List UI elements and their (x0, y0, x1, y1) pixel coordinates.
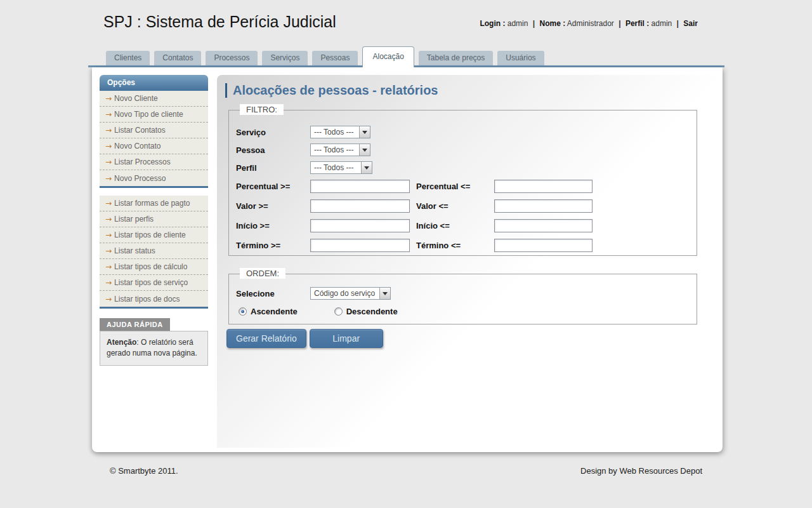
chevron-down-icon (361, 162, 372, 173)
divider: | (533, 19, 535, 28)
tab-usuarios[interactable]: Usuários (497, 51, 544, 65)
logout-link[interactable]: Sair (683, 19, 698, 28)
sidebar: Opções → Novo Cliente → Novo Tipo de cli… (100, 75, 208, 366)
attention-label: Atenção (107, 338, 136, 347)
sidebar-item-label: Listar tipos de docs (114, 291, 180, 307)
copyright-text: © Smartbyte 2011. (110, 466, 178, 476)
radio-ascendente-label[interactable]: Ascendente (251, 307, 298, 316)
arrow-icon: → (105, 211, 112, 227)
tab-alocacao[interactable]: Alocação (362, 46, 414, 67)
sidebar-item-listar-processos[interactable]: → Listar Processos (100, 154, 208, 170)
page-title: Alocações de pessoas - relatórios (225, 83, 723, 98)
filter-legend: FILTRO: (240, 104, 284, 115)
login-value: admin (508, 19, 528, 28)
inicio-ge-label: Início >= (236, 221, 310, 231)
sidebar-item-label: Listar status (114, 243, 155, 258)
order-legend: ORDEM: (240, 268, 285, 279)
inicio-ge-input[interactable] (310, 219, 410, 232)
tab-clientes[interactable]: Clientes (106, 51, 150, 65)
sidebar-item-listar-tipos-de-calculo[interactable]: → Listar tipos de cálculo (100, 259, 208, 275)
arrow-icon: → (105, 196, 112, 211)
termino-le-label: Término <= (416, 241, 494, 250)
pessoa-select[interactable]: --- Todos --- (310, 144, 370, 156)
tab-bar: Clientes Contatos Processos Serviços Pes… (88, 46, 724, 67)
sidebar-item-label: Novo Contato (114, 138, 160, 154)
perfil-label: Perfil (236, 163, 310, 173)
tab-contatos[interactable]: Contatos (154, 51, 201, 65)
ordem-select[interactable]: Código do serviço (310, 287, 391, 300)
order-row-selecione: Selecione Código do serviço (236, 286, 697, 301)
tab-servicos[interactable]: Serviços (262, 51, 308, 65)
action-buttons: Gerar Relatório Limpar (226, 329, 723, 348)
arrow-icon: → (105, 107, 112, 122)
radio-descendente-label[interactable]: Descendente (346, 307, 398, 316)
sidebar-item-listar-tipos-de-servico[interactable]: → Listar tipos de serviço (100, 275, 208, 291)
user-bar: Login : admin | Nome : Administrador | P… (480, 19, 698, 28)
profile-value: admin (652, 19, 672, 28)
filter-row-pessoa: Pessoa --- Todos --- (236, 141, 697, 159)
termino-ge-input[interactable] (310, 239, 410, 252)
selecione-label: Selecione (236, 289, 310, 298)
perfil-select[interactable]: --- Todos --- (310, 161, 372, 174)
servico-select[interactable]: --- Todos --- (310, 126, 370, 138)
clear-button[interactable]: Limpar (310, 329, 383, 348)
arrow-icon: → (105, 243, 112, 258)
valor-ge-label: Valor >= (236, 201, 310, 211)
sidebar-item-label: Listar tipos de serviço (114, 275, 188, 290)
footer: © Smartbyte 2011. Design by Web Resource… (92, 466, 723, 476)
sidebar-item-label: Listar tipos de cálculo (114, 259, 187, 274)
radio-descendente[interactable] (334, 307, 343, 316)
sidebar-item-label: Listar Processos (114, 154, 171, 170)
inicio-le-input[interactable] (494, 219, 593, 232)
sidebar-options-header: Opções (100, 75, 208, 91)
inicio-le-label: Início <= (416, 221, 494, 231)
sidebar-item-label: Novo Tipo de cliente (114, 107, 183, 122)
filter-row-servico: Serviço --- Todos --- (236, 123, 697, 141)
sidebar-item-listar-contatos[interactable]: → Listar Contatos (100, 123, 208, 138)
percentual-le-input[interactable] (494, 180, 593, 193)
pessoa-select-value: --- Todos --- (311, 144, 359, 156)
filter-row-valor: Valor >= Valor <= (236, 196, 697, 216)
tab-processos[interactable]: Processos (206, 51, 258, 65)
sidebar-item-listar-status[interactable]: → Listar status (100, 243, 208, 259)
arrow-icon: → (105, 259, 112, 274)
sidebar-item-listar-perfis[interactable]: → Listar perfis (100, 211, 208, 227)
sidebar-item-novo-contato[interactable]: → Novo Contato (100, 138, 208, 154)
generate-report-button[interactable]: Gerar Relatório (226, 329, 306, 348)
filter-fieldset: FILTRO: Serviço --- Todos --- Pessoa ---… (228, 110, 697, 256)
termino-ge-label: Término >= (236, 241, 310, 250)
divider: | (677, 19, 679, 28)
percentual-le-label: Percentual <= (416, 182, 494, 191)
sidebar-item-novo-processo[interactable]: → Novo Processo (100, 170, 208, 186)
chevron-down-icon (359, 126, 370, 138)
sidebar-item-label: Listar tipos de cliente (114, 227, 186, 243)
arrow-icon: → (105, 291, 112, 307)
sidebar-item-label: Listar perfis (114, 211, 154, 227)
sidebar-item-listar-tipos-de-cliente[interactable]: → Listar tipos de cliente (100, 227, 208, 243)
valor-ge-input[interactable] (310, 199, 410, 213)
termino-le-input[interactable] (494, 239, 593, 252)
sidebar-item-novo-tipo-de-cliente[interactable]: → Novo Tipo de cliente (100, 107, 208, 123)
arrow-icon: → (105, 227, 112, 243)
percentual-ge-input[interactable] (310, 180, 410, 193)
tab-tabela-de-precos[interactable]: Tabela de preços (419, 51, 493, 65)
percentual-ge-label: Percentual >= (236, 182, 310, 191)
sidebar-item-novo-cliente[interactable]: → Novo Cliente (100, 91, 208, 107)
radio-ascendente[interactable] (239, 307, 247, 316)
arrow-icon: → (105, 171, 112, 186)
sidebar-item-label: Novo Cliente (114, 91, 158, 106)
chevron-down-icon (379, 288, 390, 299)
filter-row-inicio: Início >= Início <= (236, 216, 697, 236)
arrow-icon: → (105, 123, 112, 138)
tab-pessoas[interactable]: Pessoas (312, 51, 358, 65)
valor-le-input[interactable] (494, 199, 593, 213)
login-label: Login : (480, 19, 505, 28)
app-title: SPJ : Sistema de Perícia Judicial (103, 13, 336, 31)
sidebar-item-label: Novo Processo (114, 171, 166, 186)
arrow-icon: → (105, 154, 112, 170)
sidebar-item-listar-tipos-de-docs[interactable]: → Listar tipos de docs (100, 291, 208, 307)
divider: | (619, 19, 620, 28)
sidebar-item-listar-formas-de-pagto[interactable]: → Listar formas de pagto (100, 196, 208, 211)
arrow-icon: → (105, 91, 112, 106)
content-box: Opções → Novo Cliente → Novo Tipo de cli… (92, 67, 723, 452)
